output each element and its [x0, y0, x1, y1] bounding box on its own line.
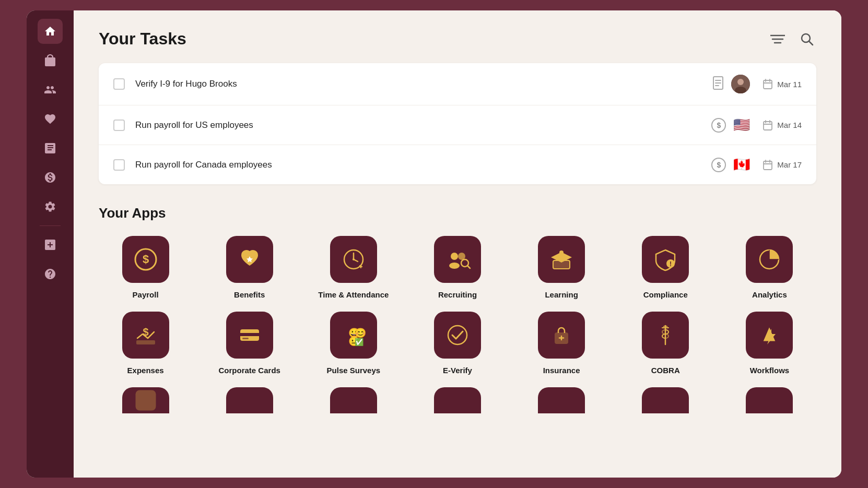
svg-point-10 [737, 79, 744, 85]
sidebar-item-benefits[interactable] [38, 106, 63, 132]
page-title: Your Tasks [99, 29, 186, 49]
sidebar-item-docs[interactable] [38, 136, 63, 161]
task-date-text-3: Mar 17 [777, 160, 802, 169]
app-extra-2[interactable] [203, 387, 296, 413]
task-row: Verify I-9 for Hugo Brooks [99, 63, 816, 105]
analytics-icon [746, 236, 793, 283]
expenses-icon: $ [122, 312, 169, 359]
svg-text:✅: ✅ [355, 338, 364, 347]
page-header: Your Tasks [99, 29, 816, 49]
svg-point-30 [451, 253, 458, 260]
app-extra-6[interactable] [619, 387, 712, 413]
task-checkbox-3[interactable] [113, 159, 125, 171]
svg-point-32 [449, 263, 460, 269]
app-extra-3[interactable] [307, 387, 400, 413]
svg-rect-59 [135, 390, 156, 411]
header-actions [768, 30, 816, 49]
svg-rect-37 [559, 251, 564, 255]
tasks-container: Verify I-9 for Hugo Brooks [99, 63, 816, 184]
svg-point-29 [353, 258, 355, 260]
app-expenses[interactable]: $ Expenses [99, 312, 192, 375]
task-date-3: Mar 17 [763, 160, 802, 170]
expenses-label: Expenses [127, 366, 164, 375]
time-attendance-label: Time & Attendance [318, 290, 389, 299]
canada-flag: 🇨🇦 [733, 157, 750, 173]
svg-rect-20 [764, 161, 772, 170]
app-extra-icon-5 [538, 387, 585, 413]
benefits-label: Benefits [234, 290, 265, 299]
app-workflows[interactable]: Workflows [723, 312, 816, 375]
app-benefits[interactable]: Benefits [203, 236, 296, 299]
time-attendance-icon [330, 236, 377, 283]
sidebar-divider [40, 225, 61, 226]
sidebar-item-people[interactable] [38, 77, 63, 102]
filter-button[interactable] [768, 30, 787, 49]
app-time-attendance[interactable]: Time & Attendance [307, 236, 400, 299]
task-icons-1 [712, 75, 750, 93]
app-extra-icon-3 [330, 387, 377, 413]
learning-label: Learning [545, 290, 578, 299]
svg-text:$: $ [142, 253, 148, 266]
app-extra-icon-4 [434, 387, 481, 413]
recruiting-label: Recruiting [438, 290, 477, 299]
learning-icon [538, 236, 585, 283]
e-verify-icon [434, 312, 481, 359]
app-compliance[interactable]: ! Compliance [619, 236, 712, 299]
task-row-3: Run payroll for Canada employees $ 🇨🇦 Ma… [99, 145, 816, 184]
payroll-label: Payroll [133, 290, 159, 299]
search-button[interactable] [797, 30, 816, 49]
payroll-icon: $ [122, 236, 169, 283]
apps-grid: $ Payroll Benefits [99, 236, 816, 375]
compliance-label: Compliance [643, 290, 688, 299]
corporate-cards-label: Corporate Cards [219, 366, 280, 375]
task-date-1: Mar 11 [763, 79, 802, 89]
workflows-label: Workflows [750, 366, 790, 375]
app-corporate-cards[interactable]: Corporate Cards [203, 312, 296, 375]
app-payroll[interactable]: $ Payroll [99, 236, 192, 299]
app-extra-icon-6 [642, 387, 689, 413]
app-learning[interactable]: Learning [515, 236, 608, 299]
avatar-hugo-brooks [731, 75, 750, 93]
task-date-text-1: Mar 11 [777, 80, 802, 89]
svg-line-34 [467, 266, 470, 268]
svg-rect-12 [764, 80, 772, 89]
task-checkbox-1[interactable] [113, 78, 125, 90]
task-label-3: Run payroll for Canada employees [135, 160, 711, 170]
task-label-2: Run payroll for US employees [135, 120, 711, 130]
benefits-icon [226, 236, 273, 283]
app-extra-7[interactable] [723, 387, 816, 413]
app-extra-icon-7 [746, 387, 793, 413]
sidebar-item-settings[interactable] [38, 194, 63, 219]
e-verify-label: E-Verify [443, 366, 472, 375]
analytics-label: Analytics [752, 290, 787, 299]
sidebar-item-home[interactable] [38, 19, 63, 44]
document-icon [712, 76, 724, 92]
svg-rect-46 [240, 333, 259, 336]
app-e-verify[interactable]: E-Verify [410, 312, 504, 375]
app-analytics[interactable]: Analytics [723, 236, 816, 299]
sidebar-item-payroll[interactable] [38, 165, 63, 190]
svg-rect-16 [764, 122, 772, 130]
task-checkbox-2[interactable] [113, 120, 125, 131]
sidebar-item-integrations[interactable] [38, 232, 63, 257]
app-recruiting[interactable]: Recruiting [410, 236, 504, 299]
app-extra-5[interactable] [515, 387, 608, 413]
app-pulse-surveys[interactable]: 😀 😊 😐 ✅ Pulse Surveys [307, 312, 400, 375]
dollar-circle-icon: $ [711, 118, 726, 133]
cobra-label: COBRA [651, 366, 680, 375]
app-extra-1[interactable] [99, 387, 192, 413]
svg-text:!: ! [670, 260, 672, 268]
sidebar [27, 10, 74, 478]
app-insurance[interactable]: Insurance [515, 312, 608, 375]
sidebar-item-jobs[interactable] [38, 48, 63, 73]
app-extra-4[interactable] [410, 387, 504, 413]
svg-rect-47 [242, 338, 249, 339]
svg-rect-44 [136, 340, 155, 344]
us-flag: 🇺🇸 [733, 117, 750, 133]
compliance-icon: ! [642, 236, 689, 283]
app-cobra[interactable]: COBRA [619, 312, 712, 375]
apps-grid-row3 [99, 387, 816, 413]
task-row-2: Run payroll for US employees $ 🇺🇸 Mar 14 [99, 105, 816, 145]
sidebar-item-help[interactable] [38, 261, 63, 287]
app-extra-icon-1 [122, 387, 169, 413]
